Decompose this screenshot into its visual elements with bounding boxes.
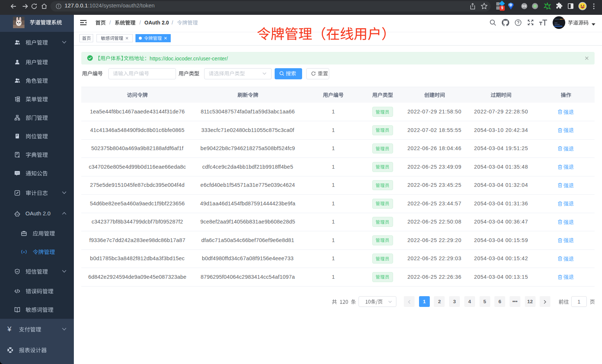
svg-text:a: a: [23, 250, 25, 254]
